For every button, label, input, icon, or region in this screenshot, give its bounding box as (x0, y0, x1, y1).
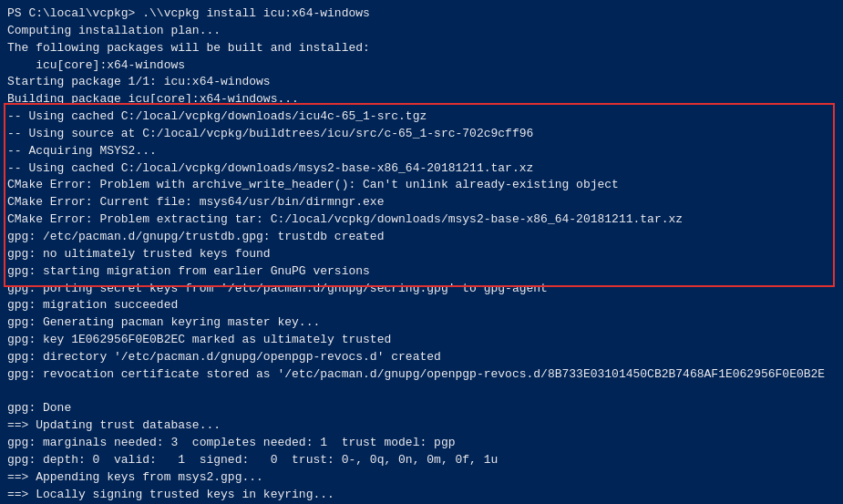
line-17: gpg: porting secret keys from '/etc/pacm… (7, 281, 836, 298)
line-8: -- Using source at C:/local/vcpkg/buildt… (7, 126, 836, 143)
line-5: Starting package 1/1: icu:x64-windows (7, 74, 836, 91)
line-7: -- Using cached C:/local/vcpkg/downloads… (7, 108, 836, 126)
line-10: -- Using cached C:/local/vcpkg/downloads… (7, 160, 836, 178)
line-28: ==> Appending keys from msys2.gpg... (7, 469, 836, 487)
line-18: gpg: migration succeeded (7, 297, 836, 314)
line-4: icu[core]:x64-windows (7, 57, 836, 75)
terminal-window: PS C:\local\vcpkg> .\\vcpkg install icu:… (0, 0, 843, 504)
line-25: ==> Updating trust database... (7, 417, 836, 435)
line-19: gpg: Generating pacman keyring master ke… (7, 314, 836, 332)
line-22: gpg: revocation certificate stored as '/… (7, 366, 836, 384)
line-27: gpg: depth: 0 valid: 1 signed: 0 trust: … (7, 452, 836, 469)
line-14: gpg: /etc/pacman.d/gnupg/trustdb.gpg: tr… (7, 229, 836, 246)
line-11: CMake Error: Problem with archive_write_… (7, 177, 836, 194)
line-20: gpg: key 1E062956F0E0B2EC marked as ulti… (7, 332, 836, 349)
line-9: -- Acquiring MSYS2... (7, 143, 836, 160)
line-12: CMake Error: Current file: msys64/usr/bi… (7, 194, 836, 211)
line-6: Building package icu[core]:x64-windows..… (7, 91, 836, 108)
line-24: gpg: Done (7, 400, 836, 417)
line-26: gpg: marginals needed: 3 completes neede… (7, 435, 836, 452)
line-29: ==> Locally signing trusted keys in keyr… (7, 487, 836, 504)
line-16: gpg: starting migration from earlier Gnu… (7, 263, 836, 281)
line-13: CMake Error: Problem extracting tar: C:/… (7, 211, 836, 229)
line-15: gpg: no ultimately trusted keys found (7, 246, 836, 263)
line-3: The following packages will be built and… (7, 40, 836, 57)
line-2: Computing installation plan... (7, 23, 836, 40)
line-23 (7, 384, 836, 401)
line-1: PS C:\local\vcpkg> .\\vcpkg install icu:… (7, 5, 836, 23)
line-21: gpg: directory '/etc/pacman.d/gnupg/open… (7, 349, 836, 366)
